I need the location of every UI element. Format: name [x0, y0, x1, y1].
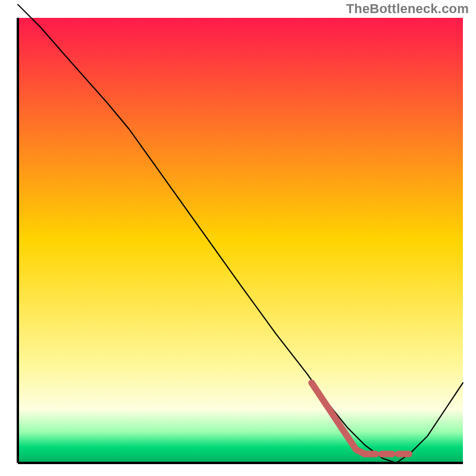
bottleneck-chart — [0, 0, 476, 476]
plot-gradient-area — [18, 18, 463, 463]
